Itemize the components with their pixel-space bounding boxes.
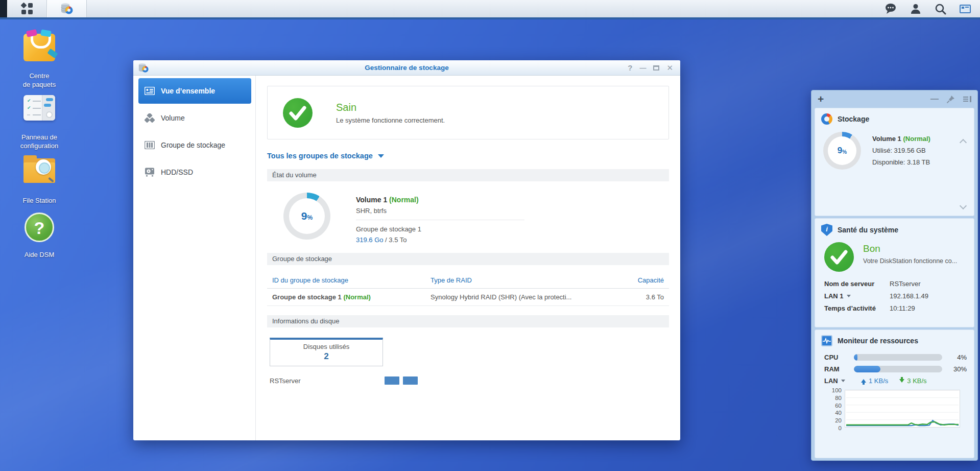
chevron-down-icon [378,154,384,158]
health-widget-title: Santé du système [838,226,898,234]
sidebar-item-overview[interactable]: Vue d’ensemble [138,78,251,104]
storage-manager-window: Gestionnaire de stockage ? — ✕ Vue d’ens… [133,60,680,440]
user-icon[interactable] [910,3,921,14]
widget-health-subtitle: Votre DiskStation fonctionne co... [863,257,957,265]
panel-layout-icon[interactable] [963,96,971,102]
add-widget-button[interactable]: + [818,94,824,104]
storage-widget-title: Stockage [838,115,869,123]
lan-row: LAN 1 192.168.1.49 [824,292,967,300]
sidebar-item-label: Volume [161,114,185,122]
storage-group-selector-label: Tous les groupes de stockage [267,152,373,160]
row-group-id: Groupe de stockage 1 [272,293,342,301]
health-check-icon [283,98,313,128]
widget-panel-header: + — [811,90,977,108]
section-disk-info: Informations du disque [267,315,669,327]
disk-slot[interactable] [403,376,418,385]
minimize-button[interactable]: — [639,64,646,72]
disks-used-card[interactable]: Disques utilisés 2 [270,338,383,366]
panel-minimize-button[interactable]: — [930,95,939,104]
storage-group-table: ID du groupe de stockage Type de RAID Ca… [267,272,669,306]
lan-chart-ylabels: 100806040200 [826,387,845,432]
cpu-label: CPU [824,354,854,361]
window-titlebar[interactable]: Gestionnaire de stockage ? — ✕ [133,60,680,76]
lan-rates-row: LAN 1 KB/s 3 KB/s [815,377,974,385]
volume-usage-percent: 9 [301,210,307,222]
storage-manager-icon [61,3,73,15]
package-center-icon [23,34,55,61]
widget-panel-toggle-icon[interactable] [960,5,971,13]
app-launcher-button[interactable] [7,0,47,17]
download-rate: 3 KB/s [907,377,926,385]
cpu-row: CPU 4% [815,354,974,361]
pin-icon[interactable] [947,95,955,103]
resource-monitor-widget: Moniteur de ressources CPU 4% RAM 30% LA… [815,329,974,458]
notifications-icon[interactable] [885,3,897,14]
window-title: Gestionnaire de stockage [133,64,680,72]
desktop-icon-control-panel[interactable]: ✔ ✔ Panneau de configuration [9,91,70,150]
sidebar-item-volume[interactable]: Volume [138,105,251,131]
volume-usage-donut: 9% [283,193,330,240]
taskbar-storage-manager-button[interactable] [47,0,87,17]
section-storage-group: Groupe de stockage [267,253,669,265]
table-row[interactable]: Groupe de stockage 1 (Normal) Synology H… [267,289,669,306]
row-raid-type: Synology Hybrid RAID (SHR) (Avec la prot… [425,289,618,306]
close-button[interactable]: ✕ [666,64,673,72]
health-status-title: Sain [336,102,445,113]
storage-widget: Stockage 9% Volume 1 (Normal) Utilisé: 3… [815,108,974,216]
volume-cubes-icon [145,113,155,123]
volume-total: / 3.5 To [384,236,407,244]
cpu-bar [854,354,942,361]
table-header-raid[interactable]: Type de RAID [425,272,618,289]
sidebar-item-label: Vue d’ensemble [161,87,215,95]
resource-monitor-icon [821,335,832,346]
desktop-icon-file-station[interactable]: File Station [9,153,70,205]
storage-group-selector[interactable]: Tous les groupes de stockage [267,152,669,160]
taskbar-dark-strip [0,0,7,17]
resource-widget-title: Moniteur de ressources [838,337,918,345]
table-header-id[interactable]: ID du groupe de stockage [267,272,425,289]
cpu-value: 4% [948,354,967,361]
chevron-down-icon[interactable] [960,202,967,209]
ram-bar [854,366,942,372]
table-header-capacity[interactable]: Capacité [618,272,669,289]
desktop-icon-label: Centre [9,72,70,80]
row-capacity: 3.6 To [618,289,669,306]
storage-group-icon [145,141,155,149]
uptime-value: 10:11:29 [890,304,915,312]
control-panel-icon: ✔ ✔ [23,95,55,121]
app-launcher-icon [21,3,33,14]
system-health-widget: i Santé du système Bon Votre DiskStation… [815,218,974,327]
desktop-icon-package-center[interactable]: Centre de paquets [9,29,70,89]
disk-slot[interactable] [385,376,399,385]
cpu-bar-fill [854,354,857,361]
section-volume-state: État du volume [267,169,669,181]
lan-rates-label[interactable]: LAN [824,377,838,385]
sidebar-item-label: HDD/SSD [161,168,193,176]
volume-status: (Normal) [389,196,419,204]
desktop-icon-dsm-help[interactable]: ? Aide DSM [9,210,70,259]
disks-used-value: 2 [270,351,383,362]
desktop-icon-label: Aide DSM [9,250,70,259]
volume-group-name: Groupe de stockage 1 [356,225,530,233]
upload-arrow-icon [861,379,866,383]
widget-volume-status: (Normal) [903,135,930,143]
maximize-button[interactable] [653,65,659,70]
search-icon[interactable] [935,3,946,15]
desktop-icon-label: File Station [9,196,70,205]
widget-health-check-icon [824,242,854,272]
file-station-icon [23,158,55,183]
storage-widget-icon [821,113,832,125]
lan-label[interactable]: LAN 1 [824,292,844,300]
sidebar-item-storage-group[interactable]: Groupe de stockage [138,132,251,158]
health-widget-icon: i [821,224,832,236]
system-health-card: Sain Le système fonctionne correctement. [267,86,669,139]
chevron-down-icon [847,295,851,297]
upload-rate: 1 KB/s [869,377,888,385]
widget-usage-donut: 9% [823,132,861,170]
uptime-row: Temps d’activité 10:11:29 [824,304,967,312]
download-arrow-icon [899,379,904,383]
volume-used-link[interactable]: 319.6 Go [356,236,384,244]
server-disks-row: RSTserver [270,376,669,385]
help-button[interactable]: ? [628,64,632,72]
sidebar-item-hdd-ssd[interactable]: HDD/SSD [138,159,251,185]
